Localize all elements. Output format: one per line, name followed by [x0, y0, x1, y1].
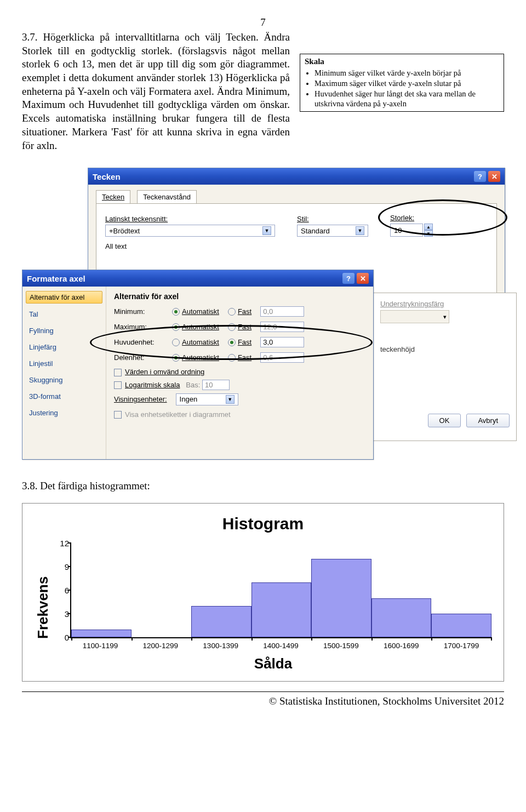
- row-minimum: Minimum: Automatiskt Fast 0,0: [114, 306, 365, 317]
- chevron-down-icon: ▼: [262, 226, 271, 235]
- tab-teckenavstand[interactable]: Teckenavstånd: [137, 190, 197, 203]
- tab-tecken[interactable]: Tecken: [96, 190, 130, 203]
- label-latinskt: Latinskt teckensnitt:: [105, 215, 275, 223]
- format-titlebar: Formatera axel ? ✕: [22, 270, 373, 287]
- radio-auto[interactable]: Automatiskt: [172, 353, 219, 362]
- input-maximum[interactable]: 12,0: [260, 322, 304, 332]
- bar: [311, 559, 371, 637]
- row-maximum: Maximum: Automatiskt Fast 12,0: [114, 322, 365, 332]
- bar: [191, 606, 251, 637]
- bar-slot: [132, 543, 192, 637]
- sidebar-item-alternativ[interactable]: Alternativ för axel: [26, 291, 102, 304]
- input-storlek[interactable]: 10: [390, 224, 423, 237]
- radio-auto[interactable]: Automatiskt: [172, 323, 219, 331]
- xtick-label: 1700-1799: [431, 642, 491, 650]
- chart-xlabel: Sålda: [52, 655, 495, 672]
- chk-omvand[interactable]: Värden i omvänd ordning: [114, 368, 365, 376]
- tecken-titlebar: Tecken ? ✕: [88, 168, 505, 185]
- sidebar-item-3d[interactable]: 3D-format: [26, 391, 102, 402]
- radio-fast[interactable]: Fast: [228, 323, 251, 331]
- page-number: 7: [22, 16, 504, 28]
- xtick-label: 1300-1399: [191, 642, 251, 650]
- histogram-chart: Histogram Frekvens 036912 1100-11991200-…: [22, 503, 504, 682]
- chevron-down-icon: ▼: [226, 395, 235, 404]
- skala-item: Minimum säger vilket värde y-axeln börja…: [315, 68, 499, 78]
- xtick-label: 1400-1499: [251, 642, 311, 650]
- radio-fast[interactable]: Fast: [228, 353, 251, 362]
- all-text-label: All text: [105, 242, 488, 250]
- xtick-label: 1500-1599: [311, 642, 371, 650]
- combo-stil[interactable]: Standard▼: [297, 225, 368, 237]
- body-paragraph: 3.7. Högerklicka på intervalltitlarna oc…: [22, 31, 290, 152]
- ytick-label: 6: [53, 586, 69, 595]
- chart-title: Histogram: [31, 514, 495, 533]
- format-sidebar: Alternativ för axel Tal Fyllning Linjefä…: [22, 287, 106, 459]
- radio-auto[interactable]: Automatiskt: [172, 307, 219, 316]
- radio-auto[interactable]: Automatiskt: [172, 338, 219, 347]
- skala-item: Maximum säger vilket värde y-axeln sluta…: [315, 78, 499, 88]
- bar: [71, 630, 132, 637]
- ytick-label: 12: [53, 539, 69, 548]
- format-heading: Alternativ för axel: [114, 292, 365, 301]
- formatera-axel-dialog: Formatera axel ? ✕ Alternativ för axel T…: [22, 270, 374, 460]
- format-title: Formatera axel: [27, 274, 85, 283]
- input-huvudenhet[interactable]: 3,0: [260, 337, 304, 347]
- radio-fast[interactable]: Fast: [228, 338, 251, 347]
- close-button[interactable]: ✕: [488, 171, 500, 182]
- xtick-label: 1600-1699: [371, 642, 431, 650]
- bar-slot: [71, 543, 132, 637]
- tecken-title: Tecken: [93, 172, 121, 181]
- bar: [251, 582, 312, 637]
- ytick-label: 0: [53, 633, 69, 642]
- bar: [431, 614, 491, 637]
- plot-area: 036912: [70, 543, 491, 638]
- section-3-8: 3.8. Det färdiga histogrammet:: [22, 480, 504, 492]
- skala-list: Minimum säger vilket värde y-axeln börja…: [305, 68, 499, 109]
- help-button[interactable]: ?: [474, 171, 486, 182]
- bar-slot: [311, 543, 371, 637]
- chk-log[interactable]: Logaritmisk skala Bas: 10: [114, 380, 365, 390]
- xtick-label: 1100-1199: [70, 642, 130, 650]
- input-delenhet[interactable]: 0,6: [260, 352, 304, 363]
- skala-item: Huvudenhet säger hur långt det ska vara …: [315, 89, 499, 108]
- label-understrykning: Understrykningsfärg: [380, 300, 510, 308]
- combo-visning[interactable]: Ingen▼: [176, 393, 238, 405]
- input-minimum[interactable]: 0,0: [260, 306, 304, 317]
- bar-slot: [431, 543, 491, 637]
- cancel-button[interactable]: Avbryt: [466, 414, 510, 427]
- storlek-spinner[interactable]: ▲▼: [424, 224, 433, 237]
- input-bas: 10: [202, 380, 230, 390]
- bar-slot: [371, 543, 432, 637]
- xtick-label: 1200-1299: [130, 642, 191, 650]
- tecken-right-panel: Understrykningsfärg ▾ teckenhöjd OK Avbr…: [374, 293, 517, 441]
- close-button[interactable]: ✕: [357, 273, 369, 284]
- dialog-screenshots: Tecken ? ✕ Tecken Teckenavstånd Latinskt…: [22, 168, 504, 458]
- label-teckenhojd: teckenhöjd: [380, 345, 510, 353]
- bar-slot: [251, 543, 312, 637]
- row-huvudenhet: Huvudenhet: Automatiskt Fast 3,0: [114, 337, 365, 347]
- radio-fast[interactable]: Fast: [228, 307, 251, 316]
- label-storlek: Storlek:: [390, 214, 439, 222]
- label-stil: Stil:: [297, 215, 368, 223]
- sidebar-item-linjestil[interactable]: Linjestil: [26, 358, 102, 369]
- help-button[interactable]: ?: [342, 273, 355, 284]
- combo-latinskt[interactable]: +Brödtext▼: [105, 225, 275, 237]
- chk-visa-etiketter: Visa enhetsetiketter i diagrammet: [114, 410, 365, 419]
- sidebar-item-tal[interactable]: Tal: [26, 308, 102, 320]
- bar-slot: [191, 543, 251, 637]
- chart-ylabel: Frekvens: [31, 543, 52, 672]
- sidebar-item-justering[interactable]: Justering: [26, 407, 102, 419]
- skala-title: Skala: [305, 56, 499, 67]
- skala-infobox: Skala Minimum säger vilket värde y-axeln…: [300, 54, 504, 112]
- chevron-down-icon: ▼: [356, 226, 364, 235]
- ok-button[interactable]: OK: [428, 414, 461, 427]
- ytick-label: 9: [53, 562, 69, 571]
- combo-understrykning[interactable]: ▾: [380, 310, 449, 323]
- sidebar-item-fyllning[interactable]: Fyllning: [26, 325, 102, 336]
- label-visning: Visningsenheter:: [114, 395, 167, 403]
- sidebar-item-skuggning[interactable]: Skuggning: [26, 374, 102, 386]
- row-delenhet: Delenhet: Automatiskt Fast 0,6: [114, 352, 365, 363]
- bar: [371, 598, 432, 638]
- ytick-label: 3: [53, 609, 69, 619]
- sidebar-item-linjefarg[interactable]: Linjefärg: [26, 341, 102, 353]
